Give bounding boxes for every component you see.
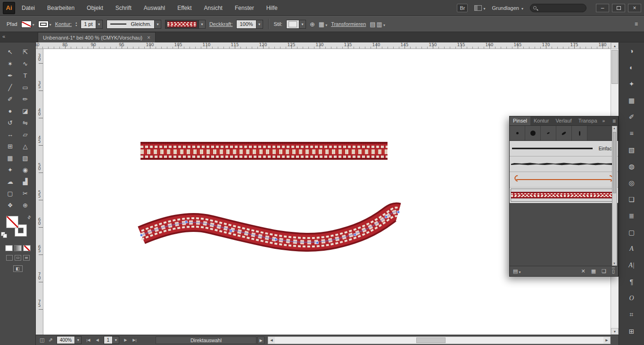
pencil-tool[interactable]: ✏ <box>18 93 33 105</box>
anchor-point[interactable] <box>397 211 400 214</box>
remove-brush-stroke-icon[interactable]: ✕ <box>581 268 585 274</box>
horizontal-scroll-thumb[interactable] <box>416 337 446 343</box>
tab-close-icon[interactable]: × <box>147 34 150 41</box>
calligraphic-brush-2[interactable] <box>525 126 541 140</box>
document-setup-button[interactable]: ▦ <box>319 21 327 28</box>
calligraphic-brush-4[interactable] <box>556 126 572 140</box>
caret-down-icon[interactable] <box>154 20 161 28</box>
color-button[interactable] <box>5 245 13 251</box>
horizontal-scroll-track[interactable] <box>275 337 603 344</box>
brush-libraries-button[interactable]: ▤ <box>513 268 520 274</box>
maximize-button[interactable] <box>612 4 625 12</box>
fill-color-control[interactable] <box>21 21 34 28</box>
panel-tab-verlauf[interactable]: Verlauf <box>552 116 575 125</box>
preview-icon[interactable]: ◫ <box>40 337 44 343</box>
direct-selection-tool[interactable]: ⇱ <box>18 46 33 58</box>
brush-item-charcoal-brush[interactable] <box>510 156 618 172</box>
symbols-panel-icon[interactable]: ✦ <box>619 75 644 92</box>
last-artboard-icon[interactable]: ▶| <box>132 338 137 342</box>
horizontal-ruler[interactable]: 8085909510010511011512012513013514014515… <box>36 42 619 49</box>
menu-item-hilfe[interactable]: Hilfe <box>266 5 278 11</box>
menu-item-effekt[interactable]: Effekt <box>177 5 191 11</box>
draw-normal-icon[interactable] <box>6 255 13 261</box>
scroll-down-icon[interactable]: ▼ <box>611 328 619 335</box>
panel-tab-kontur[interactable]: Kontur <box>530 116 552 125</box>
horizontal-scrollbar[interactable]: ◀ ▶ <box>268 337 611 344</box>
panel-tab-pinsel[interactable]: Pinsel <box>510 116 530 125</box>
anchor-point[interactable] <box>140 234 143 237</box>
artboards-panel-icon[interactable]: ▢ <box>619 224 644 240</box>
swap-fill-stroke-icon[interactable]: ⇄ <box>26 214 32 220</box>
previous-artboard-icon[interactable]: ◀ <box>95 338 99 342</box>
blob-brush-tool[interactable]: ● <box>3 105 18 117</box>
stroke-panel-link[interactable]: Kontur: <box>55 21 72 27</box>
minimize-button[interactable]: – <box>596 4 609 12</box>
symbol-sprayer-tool[interactable]: ☁ <box>3 176 18 188</box>
transform-link[interactable]: Transformieren <box>331 21 366 27</box>
opacity-select[interactable]: 100% <box>236 20 263 29</box>
menu-item-auswahl[interactable]: Auswahl <box>144 5 165 11</box>
brush-item-ribbon-art-brush[interactable] <box>510 188 618 203</box>
menu-item-datei[interactable]: Datei <box>22 5 35 11</box>
draw-behind-icon[interactable] <box>15 255 21 261</box>
eraser-tool[interactable]: ◪ <box>18 105 33 117</box>
scroll-up-icon[interactable]: ▲ <box>611 42 619 49</box>
bridge-button[interactable]: Br <box>457 4 468 12</box>
width-tool[interactable]: ↔ <box>3 129 18 140</box>
paragraph-panel-icon[interactable]: ¶ <box>619 273 644 290</box>
caret-down-icon[interactable] <box>112 337 119 344</box>
brush-options-icon[interactable]: ▦ <box>591 268 596 274</box>
brush-item-basic-brush[interactable]: Einfach <box>510 141 618 156</box>
zoom-tool[interactable]: ⊕ <box>18 199 33 211</box>
panel-scrollbar[interactable] <box>612 126 617 266</box>
layers-panel-icon[interactable]: ≣ <box>619 207 644 224</box>
first-artboard-icon[interactable]: |◀ <box>85 338 91 342</box>
none-button[interactable] <box>23 245 31 251</box>
opentype-panel-icon[interactable]: O <box>619 290 644 306</box>
anchor-point[interactable] <box>275 238 277 241</box>
caret-down-icon[interactable] <box>74 337 81 344</box>
character-styles-panel-icon[interactable]: A| <box>619 257 644 273</box>
stroke-panel-icon[interactable]: ≡ <box>619 125 644 141</box>
align-panel-icon[interactable]: ⊞ <box>619 323 644 339</box>
panel-scroll-thumb[interactable] <box>613 132 616 193</box>
character-panel-icon[interactable]: A <box>619 240 644 257</box>
zoom-level-select[interactable]: 400% <box>57 336 82 344</box>
collapse-tools-icon[interactable]: « <box>2 33 5 39</box>
anchor-point[interactable] <box>230 230 232 232</box>
screen-mode-button[interactable]: ◧ <box>13 265 23 272</box>
artboard-number-field[interactable]: 1 <box>104 336 120 344</box>
new-brush-icon[interactable]: ❏ <box>602 268 606 274</box>
caret-down-icon[interactable] <box>256 20 263 28</box>
reflect-tool[interactable]: ⇋ <box>18 117 33 129</box>
arrange-documents-button[interactable] <box>474 5 485 11</box>
draw-inside-icon[interactable] <box>23 255 30 261</box>
workspace-switcher[interactable]: Grundlagen <box>492 5 523 11</box>
stroke-color-control[interactable] <box>38 21 51 28</box>
shape-builder-tool[interactable]: ⊞ <box>3 140 18 152</box>
lasso-tool[interactable]: ∿ <box>18 58 33 70</box>
panel-menu-icon[interactable]: ≡ <box>612 118 618 124</box>
rotate-tool[interactable]: ↺ <box>3 117 18 129</box>
width-profile-select[interactable]: Gleichm. <box>107 20 161 29</box>
rectangle-tool[interactable]: ▭ <box>18 82 33 93</box>
anchor-point[interactable] <box>185 221 188 223</box>
status-indicator[interactable]: Direktauswahl <box>156 337 256 344</box>
anchor-point[interactable] <box>385 216 388 218</box>
align-buttons[interactable]: ▤▥ <box>370 21 385 28</box>
perspective-grid-tool[interactable]: △ <box>18 140 33 152</box>
mesh-tool[interactable]: ▦ <box>3 152 18 164</box>
fill-color-box[interactable] <box>6 216 18 228</box>
transparency-panel-icon[interactable]: ◍ <box>619 158 644 174</box>
style-select[interactable] <box>286 20 306 29</box>
appearance-panel-icon[interactable]: ◎ <box>619 174 644 191</box>
hand-tool[interactable]: ❖ <box>3 199 18 211</box>
vertical-scroll-thumb[interactable] <box>611 50 618 84</box>
next-artboard-icon[interactable]: ▶ <box>123 338 128 342</box>
document-tab[interactable]: Unbenannt-1* bei 400 % (CMYK/Vorschau) × <box>38 32 156 42</box>
artboard-tool[interactable]: ▢ <box>3 188 18 199</box>
share-icon[interactable]: ⇗ <box>48 337 52 343</box>
default-colors-icon[interactable] <box>1 232 7 238</box>
menu-item-objekt[interactable]: Objekt <box>87 5 103 11</box>
calligraphic-brush-3[interactable] <box>541 126 556 140</box>
